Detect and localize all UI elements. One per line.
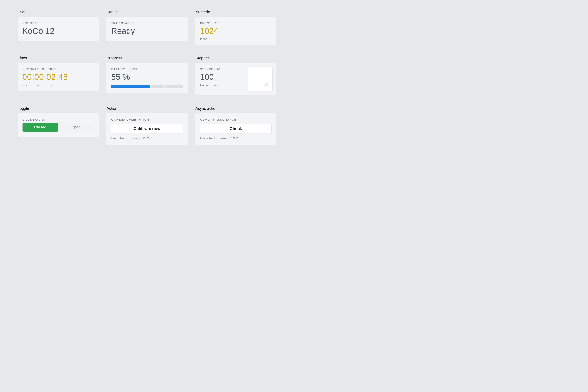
cage-doors-toggle: Closed Open — [22, 123, 94, 132]
tray-status-value: Ready — [111, 26, 183, 36]
plus-icon — [252, 70, 256, 75]
toggle-card: CAGE DOORS Closed Open — [18, 114, 98, 137]
stepper-plus-button[interactable] — [248, 67, 260, 79]
status-section: Status TRAY STATUS Ready — [106, 10, 188, 45]
progress-segment — [129, 86, 147, 88]
stepper-unit: Unit undefined — [200, 84, 221, 87]
stepper-value: 100 — [200, 72, 221, 82]
progress-segment — [111, 86, 129, 88]
timer-label-sec: sec — [62, 84, 66, 87]
section-heading-action: Action — [106, 106, 188, 111]
timer-label-min: min — [48, 84, 53, 87]
check-icon — [252, 82, 256, 87]
progress-card: BATTERY LEVEL 55 % — [106, 63, 188, 92]
stepper-confirm-button[interactable] — [248, 79, 260, 91]
progress-segment — [165, 86, 183, 88]
stepper-buttons — [248, 67, 272, 91]
stepper-minus-button[interactable] — [260, 67, 272, 79]
section-heading-toggle: Toggle — [18, 106, 98, 111]
toggle-option-open[interactable]: Open — [58, 123, 94, 132]
stepper-cancel-button[interactable] — [260, 79, 272, 91]
async-action-card: QUALITY ASSURANCE Check Last check: Toda… — [196, 114, 276, 145]
calibration-label: CAMERA CALIBRATION — [111, 118, 183, 121]
stepper-section: Stepper STEPPER #1 100 Unit undefined — [196, 56, 276, 95]
section-heading-numeric: Numeric — [196, 10, 276, 14]
widget-grid: Text ROBOT ID KoCo 12 Status TRAY STATUS… — [18, 10, 276, 145]
cage-doors-label: CAGE DOORS — [22, 118, 94, 121]
close-icon — [264, 83, 268, 87]
runtime-value: 00:00:02:48 — [22, 72, 94, 82]
pressure-value: 1024 — [200, 26, 272, 36]
calibration-last-check: Last check: Today at 13:24 — [111, 136, 183, 140]
stepper-label: STEPPER #1 — [200, 68, 221, 71]
text-section: Text ROBOT ID KoCo 12 — [18, 10, 98, 45]
section-heading-timer: Timer — [18, 56, 98, 60]
stepper-card: STEPPER #1 100 Unit undefined — [196, 63, 276, 95]
stepper-info: STEPPER #1 100 Unit undefined — [200, 68, 221, 87]
qa-last-check: Last check: Today at 13:24 — [200, 136, 272, 140]
section-heading-status: Status — [106, 10, 188, 14]
toggle-option-closed[interactable]: Closed — [22, 123, 58, 132]
numeric-card: PRESSURE 1024 mbar — [196, 17, 276, 45]
tray-status-label: TRAY STATUS — [111, 21, 183, 25]
runtime-label: PROGRAM RUNTIME — [22, 68, 94, 71]
async-action-section: Async action QUALITY ASSURANCE Check Las… — [196, 106, 276, 145]
qa-label: QUALITY ASSURANCE — [200, 118, 272, 121]
check-button[interactable]: Check — [200, 124, 272, 133]
pressure-label: PRESSURE — [200, 21, 272, 25]
text-card: ROBOT ID KoCo 12 — [18, 17, 98, 40]
battery-value: 55 % — [111, 72, 183, 82]
section-heading-async-action: Async action — [196, 106, 276, 111]
minus-icon — [264, 70, 269, 75]
battery-label: BATTERY LEVEL — [111, 68, 183, 71]
calibrate-button[interactable]: Calibrate now — [111, 124, 183, 133]
timer-section: Timer PROGRAM RUNTIME 00:00:02:48 day ho… — [18, 56, 98, 95]
section-heading-stepper: Stepper — [196, 56, 276, 60]
section-heading-progress: Progress — [106, 56, 188, 60]
pressure-unit: mbar — [200, 37, 272, 40]
toggle-section: Toggle CAGE DOORS Closed Open — [18, 106, 98, 145]
timer-card: PROGRAM RUNTIME 00:00:02:48 day hor min … — [18, 63, 98, 91]
timer-label-hor: hor — [36, 84, 40, 87]
numeric-section: Numeric PRESSURE 1024 mbar — [196, 10, 276, 45]
action-section: Action CAMERA CALIBRATION Calibrate now … — [106, 106, 188, 145]
robot-id-value: KoCo 12 — [22, 26, 94, 36]
progress-segment — [150, 86, 165, 88]
action-card: CAMERA CALIBRATION Calibrate now Last ch… — [106, 114, 188, 145]
section-heading-text: Text — [18, 10, 98, 14]
progress-section: Progress BATTERY LEVEL 55 % — [106, 56, 188, 95]
robot-id-label: ROBOT ID — [22, 21, 94, 25]
status-card: TRAY STATUS Ready — [106, 17, 188, 40]
timer-unit-labels: day hor min sec — [22, 84, 94, 87]
timer-label-day: day — [22, 84, 27, 87]
battery-progress-bar — [111, 86, 183, 88]
progress-segment — [147, 86, 150, 88]
